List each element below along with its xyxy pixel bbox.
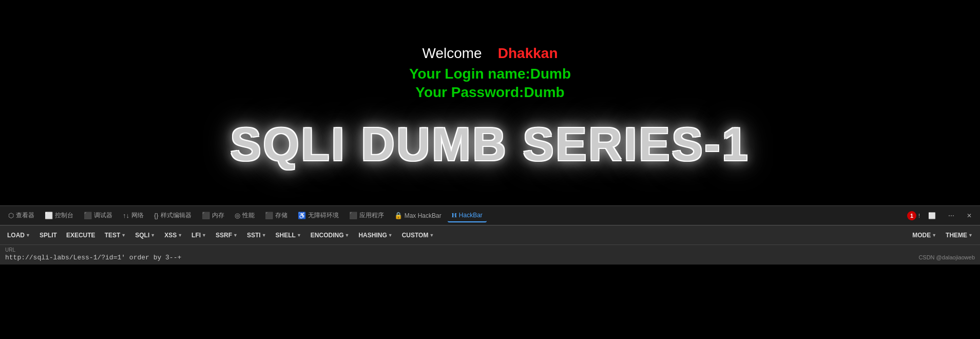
custom-arrow: ▼	[429, 233, 434, 238]
devtools-tab-memory[interactable]: ⬛ 内存	[198, 209, 228, 222]
ssrf-button[interactable]: SSRF ▼	[212, 230, 242, 241]
encoding-arrow: ▼	[344, 233, 349, 238]
error-badge: 1	[907, 211, 916, 220]
sqli-arrow: ▼	[150, 233, 155, 238]
mode-arrow: ▼	[932, 233, 936, 238]
undock-icon: ⬜	[928, 212, 936, 219]
memory-label: 内存	[212, 211, 224, 220]
url-label: URL	[5, 247, 975, 253]
lfi-arrow: ▼	[202, 233, 206, 238]
close-icon: ✕	[967, 212, 972, 219]
close-devtools-button[interactable]: ✕	[963, 210, 976, 221]
theme-arrow: ▼	[968, 233, 973, 238]
shell-button[interactable]: SHELL ▼	[272, 230, 305, 241]
network-icon: ↑↓	[123, 212, 129, 219]
url-value[interactable]: http://sqli-labs/Less-1/?id=1' order by …	[5, 254, 975, 261]
debugger-label: 调试器	[94, 211, 112, 220]
devtools-tab-performance[interactable]: ◎ 性能	[230, 209, 259, 222]
maxhackbar-label: Max HackBar	[405, 212, 441, 219]
devtools-tab-hackbar[interactable]: H HackBar	[448, 209, 487, 222]
storage-label: 存储	[275, 211, 287, 220]
storage-icon: ⬛	[265, 212, 273, 219]
custom-button[interactable]: CUSTOM ▼	[398, 230, 438, 241]
mode-button[interactable]: MODE ▼	[908, 230, 940, 241]
memory-icon: ⬛	[202, 212, 210, 219]
devtools-tab-style[interactable]: {} 样式编辑器	[150, 209, 196, 222]
performance-label: 性能	[242, 211, 255, 220]
devtools-tab-inspect[interactable]: ⬡ 查看器	[4, 209, 39, 222]
network-label: 网络	[131, 211, 144, 220]
debugger-icon: ⬛	[84, 212, 92, 219]
test-button[interactable]: TEST ▼	[101, 230, 130, 241]
xss-arrow: ▼	[178, 233, 182, 238]
hackbar-tab-icon: H	[452, 211, 457, 219]
undock-button[interactable]: ⬜	[924, 210, 940, 221]
welcome-label: Welcome	[422, 45, 482, 61]
url-section: URL http://sqli-labs/Less-1/?id=1' order…	[0, 244, 980, 265]
more-icon: ⋯	[948, 212, 954, 219]
test-arrow: ▼	[121, 233, 126, 238]
ssti-arrow: ▼	[262, 233, 266, 238]
devtools-tab-maxhackbar[interactable]: 🔒 Max HackBar	[390, 210, 446, 221]
accessibility-icon: ♿	[298, 212, 306, 219]
load-arrow: ▼	[26, 233, 30, 238]
console-label: 控制台	[55, 211, 73, 220]
main-content: Welcome Dhakkan Your Login name:Dumb You…	[0, 0, 980, 205]
style-icon: {}	[154, 212, 159, 219]
url-bar: URL http://sqli-labs/Less-1/?id=1' order…	[0, 244, 980, 265]
ssrf-arrow: ▼	[233, 233, 238, 238]
devtools-tab-debugger[interactable]: ⬛ 调试器	[80, 209, 117, 222]
application-icon: ⬛	[349, 212, 357, 219]
hashing-button[interactable]: HASHING ▼	[354, 230, 396, 241]
hackbar-toolbar: LOAD ▼ SPLIT EXECUTE TEST ▼ SQLI ▼ XSS ▼…	[0, 225, 980, 244]
inspect-label: 查看器	[16, 211, 34, 220]
error-label: !	[918, 213, 920, 219]
shell-arrow: ▼	[297, 233, 301, 238]
username-display: Dhakkan	[498, 45, 558, 61]
performance-icon: ◎	[235, 212, 240, 219]
split-button[interactable]: SPLIT	[35, 230, 61, 241]
devtools-tab-storage[interactable]: ⬛ 存储	[261, 209, 292, 222]
password-line: Your Password:Dumb	[415, 84, 564, 101]
watermark: CSDN @dalaojiaoweb	[918, 254, 975, 260]
hashing-arrow: ▼	[388, 233, 393, 238]
sqli-button[interactable]: SQLI ▼	[131, 230, 159, 241]
theme-button[interactable]: THEME ▼	[941, 230, 977, 241]
style-label: 样式编辑器	[161, 211, 191, 220]
welcome-line: Welcome Dhakkan	[422, 45, 558, 62]
devtools-bar: ⬡ 查看器 ⬜ 控制台 ⬛ 调试器 ↑↓ 网络 {} 样式编辑器 ⬛ 内存 ◎ …	[0, 205, 980, 225]
devtools-tab-network[interactable]: ↑↓ 网络	[119, 209, 148, 222]
load-button[interactable]: LOAD ▼	[3, 230, 34, 241]
title-area: SQLI DUMB SERIES-1	[230, 118, 750, 171]
more-button[interactable]: ⋯	[944, 210, 958, 221]
devtools-tab-application[interactable]: ⬛ 应用程序	[345, 209, 388, 222]
main-title: SQLI DUMB SERIES-1	[230, 118, 750, 171]
execute-button[interactable]: EXECUTE	[62, 230, 100, 241]
maxhackbar-icon: 🔒	[394, 212, 402, 219]
inspect-icon: ⬡	[8, 212, 14, 219]
login-line: Your Login name:Dumb	[409, 66, 571, 82]
xss-button[interactable]: XSS ▼	[160, 230, 186, 241]
ssti-button[interactable]: SSTI ▼	[243, 230, 271, 241]
devtools-tab-accessibility[interactable]: ♿ 无障碍环境	[294, 209, 343, 222]
encoding-button[interactable]: ENCODING ▼	[306, 230, 354, 241]
console-icon: ⬜	[45, 212, 53, 219]
devtools-right-controls: 1 ! ⬜ ⋯ ✕	[907, 210, 976, 221]
lfi-button[interactable]: LFI ▼	[187, 230, 210, 241]
hackbar-tab-label: HackBar	[459, 212, 483, 219]
accessibility-label: 无障碍环境	[308, 211, 339, 220]
application-label: 应用程序	[359, 211, 384, 220]
devtools-tab-console[interactable]: ⬜ 控制台	[41, 209, 78, 222]
